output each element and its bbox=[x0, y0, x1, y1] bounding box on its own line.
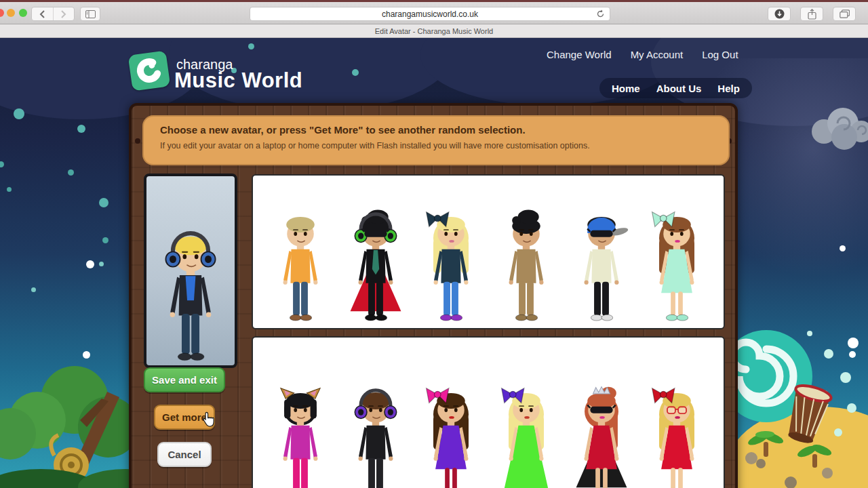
instruction-banner: Choose a new avatar, or press "Get More"… bbox=[142, 115, 730, 165]
brand-name-large: Music World bbox=[174, 68, 302, 93]
charanga-c-icon bbox=[128, 50, 171, 91]
chevron-left-icon bbox=[39, 10, 45, 18]
background-dot bbox=[840, 245, 846, 251]
avatar-option[interactable] bbox=[642, 187, 712, 323]
mouse-cursor-hand bbox=[201, 411, 216, 428]
downloads-button[interactable] bbox=[768, 7, 791, 21]
tab-bar[interactable]: Edit Avatar - Charanga Music World bbox=[0, 24, 868, 38]
avatar-option[interactable] bbox=[642, 363, 712, 488]
background-dot bbox=[14, 108, 24, 119]
background-dot bbox=[77, 125, 85, 133]
avatar-option[interactable] bbox=[491, 363, 561, 488]
tab-overview-button[interactable] bbox=[833, 7, 856, 21]
log-out-link[interactable]: Log Out bbox=[702, 49, 738, 60]
current-avatar-preview bbox=[144, 174, 237, 368]
background-dot bbox=[7, 187, 12, 192]
download-icon bbox=[774, 9, 785, 19]
banner-title: Choose a new avatar, or press "Get More"… bbox=[160, 124, 712, 136]
avatar-option[interactable] bbox=[491, 187, 561, 323]
main-nav: Home About Us Help bbox=[599, 78, 752, 98]
avatar-option[interactable] bbox=[566, 363, 637, 488]
zoom-window-button[interactable] bbox=[19, 9, 27, 17]
minimize-window-button[interactable] bbox=[7, 9, 15, 17]
background-dot bbox=[102, 237, 108, 243]
background-dot bbox=[99, 262, 104, 266]
banner-subtitle: If you edit your avatar on a laptop or h… bbox=[160, 141, 712, 150]
wood-rivet bbox=[135, 138, 140, 144]
avatar-option[interactable] bbox=[416, 187, 486, 323]
background-dot bbox=[0, 161, 4, 167]
nav-about-us[interactable]: About Us bbox=[656, 83, 702, 94]
chevron-right-icon bbox=[60, 10, 66, 18]
change-world-link[interactable]: Change World bbox=[547, 49, 612, 60]
avatar-option[interactable] bbox=[265, 187, 336, 323]
island-scene bbox=[726, 312, 868, 488]
avatar-option[interactable] bbox=[340, 363, 411, 488]
my-account-link[interactable]: My Account bbox=[631, 49, 684, 60]
logo-tile[interactable] bbox=[128, 50, 171, 91]
avatar-row-1 bbox=[252, 174, 725, 329]
reload-button[interactable] bbox=[596, 9, 605, 20]
webpage: charanga Music World Change World My Acc… bbox=[0, 38, 868, 488]
save-and-exit-button[interactable]: Save and exit bbox=[144, 367, 225, 392]
forward-button[interactable] bbox=[53, 7, 74, 20]
background-dot bbox=[352, 69, 359, 76]
back-button[interactable] bbox=[32, 7, 53, 20]
background-dot bbox=[31, 287, 36, 292]
avatar-editor-panel: Choose a new avatar, or press "Get More"… bbox=[129, 103, 738, 488]
tab-title: Edit Avatar - Charanga Music World bbox=[375, 27, 493, 35]
background-dot bbox=[68, 169, 74, 176]
sidebar-toggle-button[interactable] bbox=[80, 7, 100, 21]
address-bar[interactable]: charangamusicworld.co.uk bbox=[250, 7, 610, 21]
screen: charangamusicworld.co.uk Edit Avatar - C… bbox=[0, 0, 868, 488]
background-dot bbox=[86, 260, 94, 268]
history-nav-group bbox=[31, 7, 75, 21]
avatar-option[interactable] bbox=[416, 363, 486, 488]
background-dot bbox=[248, 43, 254, 49]
avatar-row-2 bbox=[252, 336, 725, 488]
sidebar-icon bbox=[85, 10, 96, 18]
reload-icon bbox=[596, 9, 605, 18]
avatar-option[interactable] bbox=[566, 187, 637, 323]
share-icon bbox=[808, 9, 816, 20]
cancel-button[interactable]: Cancel bbox=[157, 442, 212, 467]
avatar-option[interactable] bbox=[265, 363, 336, 488]
url-text: charangamusicworld.co.uk bbox=[382, 9, 478, 19]
browser-toolbar: charangamusicworld.co.uk bbox=[0, 2, 868, 24]
nav-home[interactable]: Home bbox=[612, 83, 640, 94]
share-button[interactable] bbox=[800, 7, 823, 21]
account-links: Change World My Account Log Out bbox=[547, 49, 738, 60]
close-window-button[interactable] bbox=[0, 9, 4, 17]
background-dot bbox=[99, 198, 108, 207]
nav-help[interactable]: Help bbox=[717, 83, 740, 94]
curly-cloud bbox=[804, 99, 868, 150]
avatar-option[interactable] bbox=[340, 187, 411, 323]
tabs-icon bbox=[840, 9, 850, 18]
